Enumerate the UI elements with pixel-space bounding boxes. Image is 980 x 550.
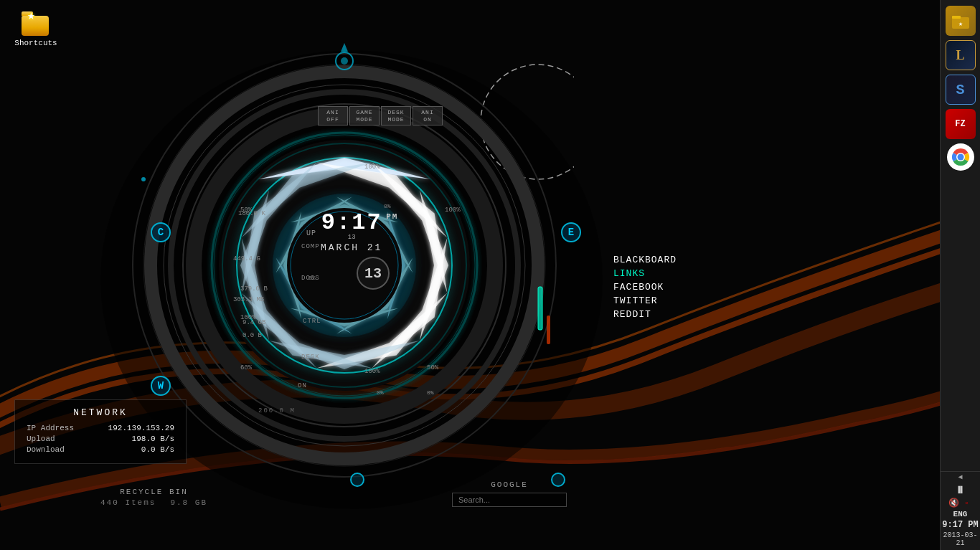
svg-text:379.0 B: 379.0 B	[240, 285, 268, 293]
svg-text:200.0 M: 200.0 M	[258, 407, 296, 414]
link-blackboard[interactable]: BLACKBOARD	[613, 255, 677, 265]
sidebar-app-startisback[interactable]: S	[946, 75, 976, 105]
upload-label: Upload	[27, 435, 55, 443]
ip-label: IP Address	[27, 424, 74, 432]
ani-off-button[interactable]: ANI OFF	[318, 106, 348, 125]
svg-text:0%: 0%	[427, 389, 434, 396]
taskbar-time: 9:17 PM	[942, 520, 978, 531]
circle-c[interactable]: C	[151, 222, 171, 242]
google-label: GOOGLE	[452, 480, 567, 489]
language-indicator: ENG	[953, 510, 968, 518]
shortcuts-label: Shortcuts	[14, 39, 57, 47]
sidebar-app-chrome[interactable]	[947, 143, 974, 171]
svg-text:303.3 MB: 303.3 MB	[233, 296, 265, 303]
svg-text:0.0 B: 0.0 B	[242, 332, 263, 339]
svg-text:100%: 100%	[364, 163, 380, 171]
sidebar-app-league[interactable]: L	[946, 40, 976, 70]
bottom-circle-left	[350, 473, 364, 487]
svg-text:60%: 60%	[240, 364, 253, 371]
ip-value: 192.139.153.29	[108, 424, 174, 432]
upload-value: 198.0 B/s	[132, 435, 174, 443]
shortcuts-desktop-icon[interactable]: ★ Shortcuts	[11, 7, 61, 47]
google-widget: GOOGLE	[452, 480, 567, 507]
folder-star: ★	[27, 9, 35, 22]
recycle-label: RECYCLE BIN	[100, 488, 207, 496]
recycle-count: 440 Items	[100, 498, 156, 507]
sidebar-app-folder[interactable]: ★	[946, 6, 976, 36]
download-value: 0.0 B/s	[141, 445, 174, 454]
svg-point-67	[957, 154, 963, 161]
svg-point-19	[341, 57, 348, 65]
recycle-size: 9.8 GB	[170, 498, 207, 507]
tray-icons-row: ▐▌	[955, 484, 966, 496]
link-links[interactable]: LINKS	[613, 268, 677, 279]
clock-time: 9:17PM	[321, 212, 382, 234]
svg-text:UP: UP	[306, 229, 316, 237]
inner-number: 13	[357, 257, 390, 290]
circle-e[interactable]: E	[561, 222, 581, 242]
svg-text:50%: 50%	[427, 364, 439, 371]
svg-text:100%: 100%	[445, 207, 461, 214]
svg-text:COMP: COMP	[301, 243, 320, 250]
folder-body	[22, 16, 49, 36]
links-widget: BLACKBOARD LINKS FACEBOOK TWITTER REDDIT	[613, 255, 677, 323]
svg-text:449.4 G: 449.4 G	[233, 255, 260, 262]
clock-ampm: PM	[386, 213, 398, 221]
clock-date: MARCH 21	[321, 242, 382, 253]
fz-icon-label: FZ	[955, 119, 965, 129]
ani-on-button[interactable]: ANI ON	[413, 106, 443, 125]
volume-tray-icon: ×	[961, 497, 973, 508]
desk-mode-button[interactable]: DESKMODE	[381, 106, 411, 125]
taskbar-arrow[interactable]: ◀	[958, 473, 962, 481]
svg-rect-62	[952, 16, 961, 19]
svg-text:9.4 GB: 9.4 GB	[242, 319, 266, 326]
svg-text:DESK: DESK	[301, 354, 320, 361]
svg-rect-21	[538, 287, 542, 330]
mode-buttons-container: ANI OFF GAMEMODE DESKMODE ANI ON	[318, 106, 443, 125]
link-twitter[interactable]: TWITTER	[613, 295, 677, 306]
network-download-row: Download 0.0 B/s	[27, 445, 174, 454]
s-icon-label: S	[956, 82, 964, 98]
svg-point-20	[141, 177, 146, 181]
network-tray-icon: 🔇	[948, 497, 960, 508]
svg-marker-59	[341, 43, 348, 52]
svg-rect-23	[547, 316, 550, 344]
svg-text:CTRL: CTRL	[303, 318, 321, 325]
svg-text:100%: 100%	[364, 368, 380, 375]
google-search-input[interactable]	[452, 493, 567, 507]
svg-text:ON: ON	[298, 382, 307, 389]
game-mode-button[interactable]: GAMEMODE	[349, 106, 380, 125]
tray-icons-row2: 🔇 ×	[948, 497, 973, 508]
signal-icon: ▐▌	[955, 484, 966, 496]
network-ip-row: IP Address 192.139.153.29	[27, 424, 174, 432]
svg-point-2	[481, 65, 574, 179]
circle-w[interactable]: W	[151, 376, 171, 396]
league-icon-label: L	[956, 48, 964, 63]
svg-text:DOCS: DOCS	[301, 275, 320, 282]
svg-text:★: ★	[958, 20, 962, 28]
link-reddit[interactable]: REDDIT	[613, 309, 677, 320]
recycle-bin-widget: RECYCLE BIN 440 Items 9.8 GB	[100, 488, 207, 507]
sidebar-app-filezilla[interactable]: FZ	[946, 109, 976, 139]
network-widget: NETWORK IP Address 192.139.153.29 Upload…	[14, 399, 187, 464]
link-facebook[interactable]: FACEBOOK	[613, 282, 677, 293]
network-title: NETWORK	[27, 407, 174, 418]
network-upload-row: Upload 198.0 B/s	[27, 435, 174, 443]
svg-text:0%: 0%	[384, 203, 391, 209]
taskbar-date: 2013-03-21	[941, 531, 980, 547]
svg-text:0%: 0%	[377, 389, 384, 396]
clock-widget: 9:17PM 13 MARCH 21	[321, 212, 382, 253]
taskbar-right: ◀ ▐▌ 🔇 × ENG 9:17 PM 2013-03-21	[940, 471, 980, 550]
download-label: Download	[27, 445, 65, 454]
svg-text:180.0 K: 180.0 K	[238, 210, 265, 217]
right-sidebar: ★ L S FZ ◀ ▐▌ 🔇	[940, 0, 980, 550]
